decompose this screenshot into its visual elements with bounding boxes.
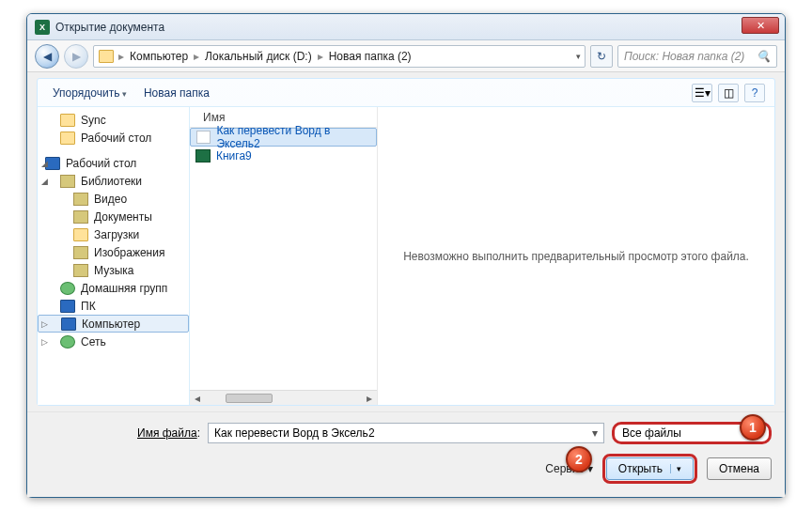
cancel-button[interactable]: Отмена xyxy=(707,457,772,480)
folder-icon xyxy=(60,132,75,145)
scroll-right-icon[interactable]: ▸ xyxy=(362,392,377,405)
tree-item-libraries[interactable]: ◢Библиотеки xyxy=(38,172,189,190)
scroll-left-icon[interactable]: ◂ xyxy=(190,392,205,405)
chevron-right-icon: ▸ xyxy=(318,50,323,63)
file-name: Книга9 xyxy=(216,149,252,163)
expand-icon[interactable]: ▷ xyxy=(39,319,50,329)
chevron-right-icon: ▸ xyxy=(194,50,199,63)
open-split-dropdown[interactable]: ▾ xyxy=(670,464,681,473)
content-frame: Упорядочить Новая папка ☰▾ ◫ ? Sync Рабо… xyxy=(37,78,775,406)
body-area: Sync Рабочий стол ◢Рабочий стол ◢Библиот… xyxy=(38,107,774,405)
libraries-icon xyxy=(60,175,75,188)
preview-pane: Невозможно выполнить предварительный про… xyxy=(378,107,774,405)
filename-value: Как перевести Ворд в Эксель2 xyxy=(214,426,375,440)
preview-message: Невозможно выполнить предварительный про… xyxy=(403,250,749,263)
network-icon xyxy=(60,335,75,348)
open-button[interactable]: Открыть ▾ xyxy=(606,457,694,480)
pictures-icon xyxy=(73,246,88,259)
filename-label: Имя файла: xyxy=(40,426,200,440)
tree-item-desktop[interactable]: ◢Рабочий стол xyxy=(38,154,189,172)
music-icon xyxy=(73,264,88,277)
breadcrumb[interactable]: Компьютер xyxy=(128,50,190,63)
tree-item[interactable]: Документы xyxy=(38,208,189,225)
address-bar[interactable]: ▸ Компьютер ▸ Локальный диск (D:) ▸ Нова… xyxy=(93,45,586,68)
search-icon: 🔍 xyxy=(757,50,771,63)
refresh-button[interactable]: ↻ xyxy=(590,45,613,68)
homegroup-icon xyxy=(60,282,75,295)
open-file-dialog: X Открытие документа ✕ ◀ ▶ ▸ Компьютер ▸… xyxy=(26,13,786,498)
tree-item-network[interactable]: ▷Сеть xyxy=(38,333,189,350)
toolbar: Упорядочить Новая папка ☰▾ ◫ ? xyxy=(38,79,774,107)
file-row[interactable]: Книга9 xyxy=(190,147,377,165)
preview-pane-button[interactable]: ◫ xyxy=(718,84,739,102)
organize-button[interactable]: Упорядочить xyxy=(47,85,133,101)
new-folder-button[interactable]: Новая папка xyxy=(138,85,215,101)
navigation-row: ◀ ▶ ▸ Компьютер ▸ Локальный диск (D:) ▸ … xyxy=(27,40,785,72)
tree-item[interactable]: Видео xyxy=(38,190,189,208)
annotation-badge-1: 1 xyxy=(740,414,766,441)
help-button[interactable]: ? xyxy=(744,84,765,102)
chevron-down-icon[interactable]: ▾ xyxy=(592,426,598,440)
pc-icon xyxy=(60,300,75,313)
folder-icon xyxy=(98,49,115,64)
tree-item-homegroup[interactable]: Домашняя групп xyxy=(38,279,189,297)
annotation-badge-2: 2 xyxy=(566,446,592,472)
close-button[interactable]: ✕ xyxy=(742,17,779,34)
search-placeholder: Поиск: Новая папка (2) xyxy=(624,50,757,63)
scroll-thumb[interactable] xyxy=(226,394,273,403)
file-row[interactable]: Как перевести Ворд в Эксель2 xyxy=(190,128,377,147)
filter-value: Все файлы xyxy=(622,426,681,440)
titlebar: X Открытие документа ✕ xyxy=(27,14,785,40)
filename-input[interactable]: Как перевести Ворд в Эксель2 ▾ xyxy=(208,423,604,443)
tree-item[interactable]: Изображения xyxy=(38,243,189,261)
forward-button[interactable]: ▶ xyxy=(64,44,88,69)
chevron-down-icon[interactable]: ▾ xyxy=(576,52,581,61)
chevron-right-icon: ▸ xyxy=(118,50,124,63)
open-button-highlight: Открыть ▾ xyxy=(602,454,697,484)
filename-row: Имя файла: Как перевести Ворд в Эксель2 … xyxy=(40,422,772,444)
tree-item[interactable]: Sync xyxy=(38,111,189,129)
computer-icon xyxy=(61,317,76,331)
video-icon xyxy=(73,193,88,206)
downloads-icon xyxy=(73,228,88,241)
expand-icon[interactable]: ▷ xyxy=(39,337,50,347)
horizontal-scrollbar[interactable]: ◂ ▸ xyxy=(190,390,377,405)
breadcrumb[interactable]: Новая папка (2) xyxy=(327,50,414,63)
tree-item-computer[interactable]: ▷Компьютер xyxy=(38,315,189,333)
tree-item[interactable]: Музыка xyxy=(38,261,189,279)
file-list[interactable]: Имя Как перевести Ворд в Эксель2 Книга9 … xyxy=(190,107,378,405)
tree-item-pc[interactable]: ПК xyxy=(38,297,189,315)
tree-item[interactable]: Загрузки xyxy=(38,225,189,243)
folder-icon xyxy=(60,114,75,127)
search-input[interactable]: Поиск: Новая папка (2) 🔍 xyxy=(617,45,777,68)
excel-icon: X xyxy=(35,20,50,35)
back-button[interactable]: ◀ xyxy=(35,44,59,69)
buttons-row: Сервис ▾ Открыть ▾ Отмена xyxy=(40,454,772,484)
bottom-panel: Имя файла: Как перевести Ворд в Эксель2 … xyxy=(27,411,785,497)
tree-item[interactable]: Рабочий стол xyxy=(38,129,189,147)
document-icon xyxy=(196,131,211,144)
excel-file-icon xyxy=(195,149,211,163)
expand-icon[interactable]: ◢ xyxy=(39,177,50,186)
window-title: Открытие документа xyxy=(55,21,164,34)
view-options-button[interactable]: ☰▾ xyxy=(692,84,712,102)
folder-tree[interactable]: Sync Рабочий стол ◢Рабочий стол ◢Библиот… xyxy=(38,107,190,405)
expand-icon[interactable]: ◢ xyxy=(39,159,50,168)
breadcrumb[interactable]: Локальный диск (D:) xyxy=(203,50,314,63)
documents-icon xyxy=(73,210,88,224)
